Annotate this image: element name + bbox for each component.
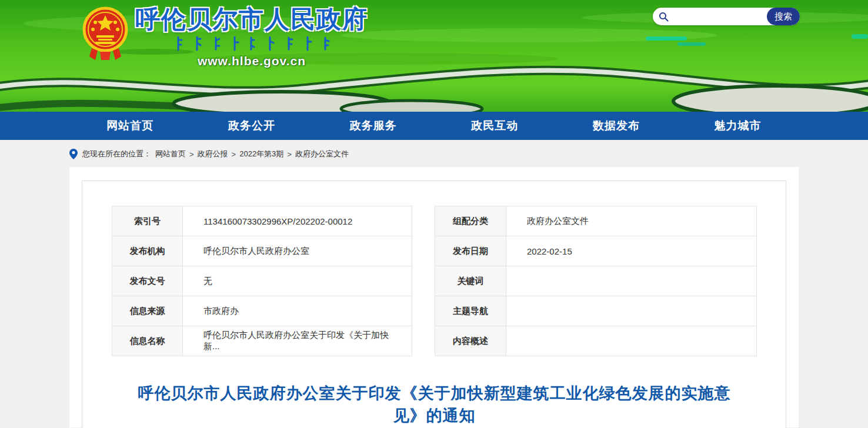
table-row: 内容概述 bbox=[435, 326, 757, 356]
table-row: 发布文号 无 bbox=[112, 266, 412, 296]
meta-label-document-number: 发布文号 bbox=[112, 266, 183, 296]
table-row: 组配分类 政府办公室文件 bbox=[435, 206, 757, 236]
nav-item-interaction[interactable]: 政民互动 bbox=[465, 116, 524, 136]
meta-label-info-source: 信息来源 bbox=[112, 296, 183, 326]
site-logo[interactable]: 呼伦贝尔市人民政府 www.hlbe.gov.cn bbox=[82, 6, 368, 68]
meta-label-info-name: 信息名称 bbox=[112, 326, 183, 356]
meta-value-keywords bbox=[506, 266, 757, 296]
mongolian-script bbox=[172, 35, 331, 52]
meta-table-left: 索引号 1134160073302996XP/202202-00012 发布机构… bbox=[112, 206, 412, 356]
search-button[interactable]: 搜索 bbox=[767, 8, 800, 25]
search-bar: 搜索 bbox=[653, 8, 800, 25]
meta-table-right: 组配分类 政府办公室文件 发布日期 2022-02-15 关键词 主题导航 bbox=[435, 206, 757, 356]
search-input[interactable] bbox=[672, 8, 767, 25]
search-icon bbox=[659, 12, 669, 22]
meta-label-keywords: 关键词 bbox=[435, 266, 506, 296]
nav-item-home[interactable]: 网站首页 bbox=[101, 116, 159, 136]
meta-value-index-number: 1134160073302996XP/202202-00012 bbox=[183, 206, 412, 236]
breadcrumb-link-issue[interactable]: 2022年第3期 bbox=[239, 149, 283, 159]
nav-item-data-release[interactable]: 数据发布 bbox=[587, 116, 646, 136]
breadcrumb-separator: > bbox=[189, 150, 194, 159]
meta-value-topic-navigation bbox=[506, 296, 757, 326]
nav-item-gov-services[interactable]: 政务服务 bbox=[344, 116, 403, 136]
location-pin-icon bbox=[69, 149, 78, 159]
main-navbar: 网站首页 政务公开 政务服务 政民互动 数据发布 魅力城市 bbox=[0, 112, 868, 140]
table-row: 信息来源 市政府办 bbox=[112, 296, 412, 326]
table-row: 信息名称 呼伦贝尔市人民政府办公室关于印发《关于加快新... bbox=[112, 326, 412, 356]
site-banner: 呼伦贝尔市人民政府 www.hlbe.gov.cn bbox=[0, 0, 868, 112]
national-emblem-icon bbox=[82, 6, 128, 65]
breadcrumb: 您现在所在的位置： 网站首页 > 政府公报 > 2022年第3期 > 政府办公室… bbox=[69, 140, 799, 167]
nav-item-charming-city[interactable]: 魅力城市 bbox=[709, 116, 767, 136]
meta-value-info-source: 市政府办 bbox=[183, 296, 412, 326]
meta-label-index-number: 索引号 bbox=[112, 206, 183, 236]
nav-item-gov-affairs[interactable]: 政务公开 bbox=[222, 116, 281, 136]
table-row: 关键词 bbox=[435, 266, 757, 296]
meta-label-category: 组配分类 bbox=[435, 206, 506, 236]
breadcrumb-link-gazette[interactable]: 政府公报 bbox=[198, 149, 228, 159]
article-title: 呼伦贝尔市人民政府办公室关于印发《关于加快新型建筑工业化绿色发展的实施意见》的通… bbox=[138, 382, 732, 427]
document-panel: 索引号 1134160073302996XP/202202-00012 发布机构… bbox=[82, 180, 786, 428]
meta-value-publish-date: 2022-02-15 bbox=[506, 236, 757, 266]
meta-value-document-number: 无 bbox=[183, 266, 412, 296]
breadcrumb-separator: > bbox=[287, 150, 292, 159]
breadcrumb-prefix: 您现在所在的位置： bbox=[82, 149, 151, 159]
site-url: www.hlbe.gov.cn bbox=[198, 54, 306, 68]
meta-label-content-summary: 内容概述 bbox=[435, 326, 506, 356]
meta-value-issuing-agency: 呼伦贝尔市人民政府办公室 bbox=[183, 236, 412, 266]
meta-label-topic-navigation: 主题导航 bbox=[435, 296, 506, 326]
table-row: 主题导航 bbox=[435, 296, 757, 326]
meta-value-info-name: 呼伦贝尔市人民政府办公室关于印发《关于加快新... bbox=[183, 326, 412, 356]
meta-value-content-summary bbox=[506, 326, 757, 356]
breadcrumb-link-home[interactable]: 网站首页 bbox=[155, 149, 186, 159]
table-row: 发布机构 呼伦贝尔市人民政府办公室 bbox=[112, 236, 412, 266]
meta-label-publish-date: 发布日期 bbox=[435, 236, 506, 266]
breadcrumb-link-category[interactable]: 政府办公室文件 bbox=[295, 149, 349, 159]
table-row: 索引号 1134160073302996XP/202202-00012 bbox=[112, 206, 412, 236]
meta-value-category: 政府办公室文件 bbox=[506, 206, 757, 236]
content-card: 索引号 1134160073302996XP/202202-00012 发布机构… bbox=[69, 167, 799, 427]
meta-label-issuing-agency: 发布机构 bbox=[112, 236, 183, 266]
table-row: 发布日期 2022-02-15 bbox=[435, 236, 757, 266]
document-meta-table: 索引号 1134160073302996XP/202202-00012 发布机构… bbox=[112, 206, 757, 356]
breadcrumb-separator: > bbox=[232, 150, 236, 159]
site-title: 呼伦贝尔市人民政府 bbox=[135, 6, 368, 33]
